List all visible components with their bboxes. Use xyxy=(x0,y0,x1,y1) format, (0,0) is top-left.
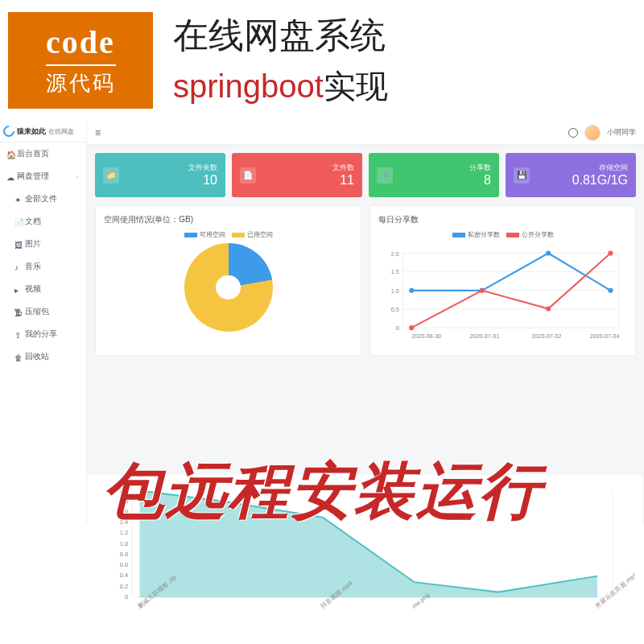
sidebar-icon: ✦ xyxy=(14,196,21,202)
code-word: code xyxy=(46,23,115,61)
sidebar-label: 我的分享 xyxy=(25,328,57,340)
svg-text:并展示在页面.mp4: 并展示在页面.mp4 xyxy=(593,571,634,610)
sidebar-item[interactable]: ♪音乐 xyxy=(0,255,86,278)
svg-text:0: 0 xyxy=(396,324,399,332)
line-legend: 私密分享数公开分享数 xyxy=(378,230,627,239)
card-label: 文件数 xyxy=(332,163,354,173)
card-label: 分享数 xyxy=(469,163,491,173)
svg-text:0.8: 0.8 xyxy=(120,551,129,558)
card-label: 存储空间 xyxy=(599,163,628,173)
sidebar-label: 后台首页 xyxy=(17,148,49,159)
username[interactable]: 小明同学 xyxy=(607,127,636,138)
sidebar-label: 回收站 xyxy=(25,351,49,362)
sidebar-item[interactable]: ☁网盘管理⌄ xyxy=(0,165,86,188)
sidebar-item[interactable]: 🏠后台首页 xyxy=(0,142,86,165)
pie-chart xyxy=(184,243,273,332)
sidebar-icon: 🗑 xyxy=(14,353,21,360)
logo-sub: 在线网盘 xyxy=(48,127,74,136)
svg-point-22 xyxy=(546,306,551,311)
topbar: ≡ 小明同学 xyxy=(87,121,644,145)
card-icon: 📄 xyxy=(240,167,256,184)
stat-card[interactable]: 🔗分享数8 xyxy=(369,153,499,197)
promo-line1: 在线网盘系统 xyxy=(173,12,388,60)
card-value: 8 xyxy=(484,173,491,188)
sidebar-label: 视频 xyxy=(25,283,41,295)
promo-line2: springboot实现 xyxy=(173,64,388,109)
pie-panel: 空间使用情况(单位：GB) 可用空间已用空间 xyxy=(95,205,361,356)
svg-point-19 xyxy=(608,288,613,293)
stat-cards: 📁文件夹数10📄文件数11🔗分享数8💾存储空间0.81G/1G xyxy=(87,145,644,205)
sidebar-item[interactable]: 🗑回收站 xyxy=(0,345,86,368)
sidebar-icon: 📄 xyxy=(14,218,21,225)
hamburger-icon[interactable]: ≡ xyxy=(95,127,101,138)
pie-title: 空间使用情况(单位：GB) xyxy=(104,214,353,225)
svg-text:2020-07-04: 2020-07-04 xyxy=(590,332,620,340)
promo-banner: code 源代码 在线网盘系统 springboot实现 xyxy=(0,0,644,121)
stat-card[interactable]: 💾存储空间0.81G/1G xyxy=(506,153,636,197)
logo-brand: 猿来如此 xyxy=(17,126,46,137)
svg-text:2.0: 2.0 xyxy=(391,250,399,258)
svg-point-18 xyxy=(546,250,551,255)
code-sub: 源代码 xyxy=(46,64,116,97)
card-value: 10 xyxy=(203,173,217,188)
sidebar-label: 文档 xyxy=(25,216,41,227)
sidebar-label: 全部文件 xyxy=(25,193,57,204)
legend-swatch xyxy=(452,233,465,237)
svg-text:0: 0 xyxy=(125,593,128,601)
overlay-text: 包远程安装运行 xyxy=(0,451,644,534)
logo-icon xyxy=(1,123,17,139)
legend-item: 已用空间 xyxy=(232,230,273,239)
svg-text:0.2: 0.2 xyxy=(120,583,129,590)
card-label: 文件夹数 xyxy=(188,163,217,173)
pie-legend: 可用空间已用空间 xyxy=(104,230,353,239)
sidebar-label: 网盘管理 xyxy=(17,171,49,182)
sidebar-item[interactable]: 📄文档 xyxy=(0,210,86,233)
svg-text:1.0: 1.0 xyxy=(391,287,399,295)
line-chart: 0 0.5 1.0 1.5 2.0 2020-08-30 2020-07-01 … xyxy=(378,242,627,347)
sidebar-icon: 🏠 xyxy=(6,151,13,157)
svg-text:0.4: 0.4 xyxy=(120,572,129,579)
stat-card[interactable]: 📁文件夹数10 xyxy=(95,153,225,197)
legend-swatch xyxy=(232,233,245,237)
svg-text:2020-07-01: 2020-07-01 xyxy=(469,332,499,340)
svg-text:1.0: 1.0 xyxy=(120,540,129,547)
svg-text:2020-07-02: 2020-07-02 xyxy=(532,332,562,340)
legend-swatch xyxy=(506,233,519,237)
svg-text:1.5: 1.5 xyxy=(391,268,399,275)
sidebar-icon: ☁ xyxy=(6,173,13,180)
legend-item: 公开分享数 xyxy=(506,230,554,239)
sidebar-item[interactable]: 🖼图片 xyxy=(0,233,86,255)
card-icon: 📁 xyxy=(103,167,119,184)
sidebar-item[interactable]: ✦全部文件 xyxy=(0,188,86,210)
sidebar-item[interactable]: ⇪我的分享 xyxy=(0,323,86,345)
chevron-down-icon: ⌄ xyxy=(75,173,80,180)
sidebar-item[interactable]: ▸视频 xyxy=(0,278,86,300)
avatar[interactable] xyxy=(584,125,601,141)
stat-card[interactable]: 📄文件数11 xyxy=(232,153,362,197)
sidebar-label: 音乐 xyxy=(25,261,41,272)
svg-text:0.5: 0.5 xyxy=(391,306,399,313)
legend-swatch xyxy=(184,233,197,237)
sidebar-label: 压缩包 xyxy=(25,306,49,317)
sidebar-icon: 🖼 xyxy=(14,241,21,247)
line-title: 每日分享数 xyxy=(378,214,627,225)
legend-item: 可用空间 xyxy=(184,230,225,239)
sidebar-icon: ♪ xyxy=(14,263,21,270)
svg-point-16 xyxy=(409,288,414,293)
sidebar-label: 图片 xyxy=(25,238,41,250)
sidebar-item[interactable]: 🗜压缩包 xyxy=(0,300,86,323)
topbar-right: 小明同学 xyxy=(568,125,636,141)
svg-point-23 xyxy=(608,250,613,255)
card-icon: 🔗 xyxy=(377,167,393,184)
sidebar-icon: 🗜 xyxy=(14,308,21,315)
sidebar-icon: ⇪ xyxy=(14,331,21,337)
sidebar-icon: ▸ xyxy=(14,286,21,292)
svg-text:2020-08-30: 2020-08-30 xyxy=(411,332,441,340)
card-value: 11 xyxy=(340,173,354,188)
theme-icon[interactable] xyxy=(568,128,578,138)
promo-text: 在线网盘系统 springboot实现 xyxy=(173,12,388,109)
logo[interactable]: 猿来如此 在线网盘 xyxy=(0,121,86,142)
line-panel: 每日分享数 私密分享数公开分享数 0 0.5 1.0 1.5 2.0 xyxy=(369,205,636,356)
svg-point-20 xyxy=(409,325,414,330)
card-icon: 💾 xyxy=(514,167,530,184)
